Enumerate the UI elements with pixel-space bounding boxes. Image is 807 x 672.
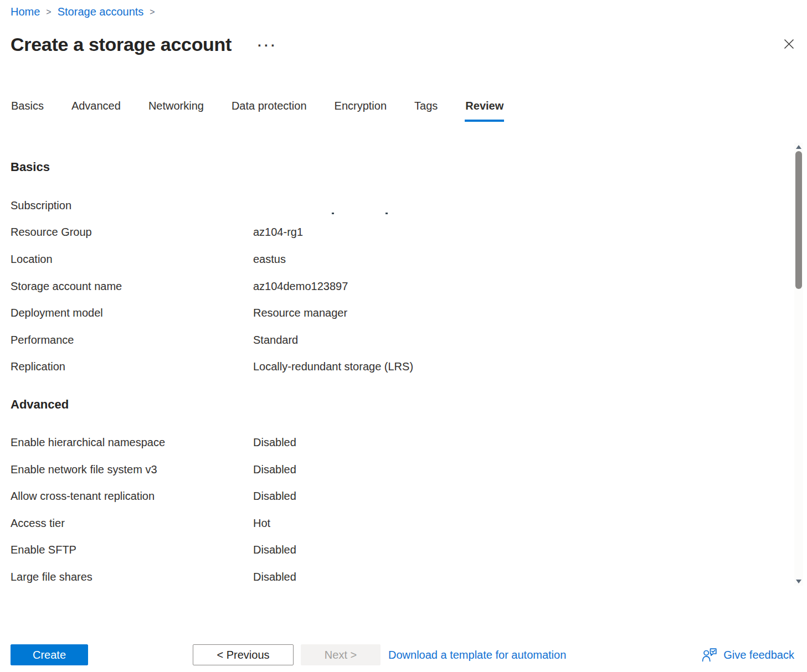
row-label: Large file shares [11, 571, 253, 583]
next-button[interactable]: Next > [301, 644, 381, 665]
row-value: Hot [253, 517, 807, 530]
row-label: Enable network file system v3 [11, 463, 253, 476]
review-content-pane: Basics Subscription Resource Group az104… [0, 143, 807, 586]
tab-data-protection[interactable]: Data protection [231, 99, 307, 122]
advanced-rows: Enable hierarchical namespace Disabled E… [11, 429, 807, 586]
review-row-storage-account-name: Storage account name az104demo123897 [11, 273, 807, 300]
tab-networking[interactable]: Networking [148, 99, 204, 122]
feedback-person-bubble-icon [702, 648, 717, 662]
review-row-deployment-model: Deployment model Resource manager [11, 299, 807, 327]
scroll-down-arrow-icon[interactable] [796, 580, 801, 583]
row-value: Disabled [253, 436, 807, 449]
row-value: Standard [253, 334, 807, 347]
download-template-link[interactable]: Download a template for automation [388, 649, 566, 661]
row-value: Disabled [253, 463, 807, 476]
row-value: az104demo123897 [253, 280, 807, 293]
redacted-value-artifact [253, 213, 388, 214]
row-label: Allow cross-tenant replication [11, 490, 253, 503]
breadcrumb: Home > Storage accounts > [0, 0, 807, 19]
row-value: Locally-redundant storage (LRS) [253, 360, 807, 373]
tab-advanced[interactable]: Advanced [71, 99, 121, 122]
row-label: Enable hierarchical namespace [11, 436, 253, 449]
give-feedback-link[interactable]: Give feedback [702, 648, 794, 662]
breadcrumb-home-link[interactable]: Home [11, 5, 40, 18]
review-row-resource-group: Resource Group az104-rg1 [11, 219, 807, 246]
vertical-scrollbar[interactable] [794, 143, 803, 586]
row-label: Performance [11, 334, 253, 347]
row-label: Resource Group [11, 226, 253, 239]
advanced-section-heading: Advanced [11, 396, 807, 413]
row-value: Resource manager [253, 307, 807, 319]
row-value: eastus [253, 253, 807, 266]
give-feedback-label: Give feedback [723, 649, 794, 661]
row-label: Location [11, 253, 253, 266]
breadcrumb-storage-accounts-link[interactable]: Storage accounts [58, 5, 144, 18]
review-row-cross-tenant-replication: Allow cross-tenant replication Disabled [11, 483, 807, 510]
review-row-hierarchical-namespace: Enable hierarchical namespace Disabled [11, 429, 807, 456]
review-row-access-tier: Access tier Hot [11, 510, 807, 537]
review-row-nfs-v3: Enable network file system v3 Disabled [11, 456, 807, 483]
close-icon [784, 39, 794, 49]
basics-section-heading: Basics [11, 159, 807, 175]
row-label: Enable SFTP [11, 544, 253, 556]
page-title: Create a storage account [11, 34, 232, 55]
tab-review[interactable]: Review [465, 99, 504, 122]
previous-button[interactable]: < Previous [193, 644, 294, 665]
wizard-footer: Create < Previous Next > Download a temp… [11, 644, 796, 666]
breadcrumb-chevron-icon: > [46, 4, 51, 19]
basics-rows: Subscription Resource Group az104-rg1 Lo… [11, 192, 807, 380]
row-value: az104-rg1 [253, 226, 807, 239]
tab-encryption[interactable]: Encryption [334, 99, 388, 122]
row-value [253, 199, 807, 212]
close-button[interactable] [780, 35, 797, 52]
row-label: Deployment model [11, 307, 253, 319]
row-value: Disabled [253, 490, 807, 503]
scrollbar-thumb[interactable] [795, 151, 802, 289]
row-label: Storage account name [11, 280, 253, 293]
row-value: Disabled [253, 544, 807, 556]
create-button[interactable]: Create [11, 644, 88, 665]
review-row-enable-sftp: Enable SFTP Disabled [11, 537, 807, 564]
breadcrumb-chevron-icon: > [150, 4, 155, 19]
wizard-tabs: Basics Advanced Networking Data protecti… [11, 99, 807, 122]
review-row-replication: Replication Locally-redundant storage (L… [11, 354, 807, 381]
tab-tags[interactable]: Tags [414, 99, 438, 122]
row-value: Disabled [253, 571, 807, 583]
ellipsis-icon[interactable]: ··· [258, 40, 277, 48]
row-label: Subscription [11, 199, 253, 212]
tab-basics[interactable]: Basics [11, 99, 44, 122]
scroll-up-arrow-icon[interactable] [796, 145, 801, 149]
review-row-location: Location eastus [11, 246, 807, 273]
row-label: Replication [11, 360, 253, 373]
review-row-large-file-shares: Large file shares Disabled [11, 564, 807, 586]
review-row-performance: Performance Standard [11, 327, 807, 354]
review-row-subscription: Subscription [11, 192, 807, 219]
row-label: Access tier [11, 517, 253, 530]
page-header: Create a storage account ··· [11, 32, 807, 56]
